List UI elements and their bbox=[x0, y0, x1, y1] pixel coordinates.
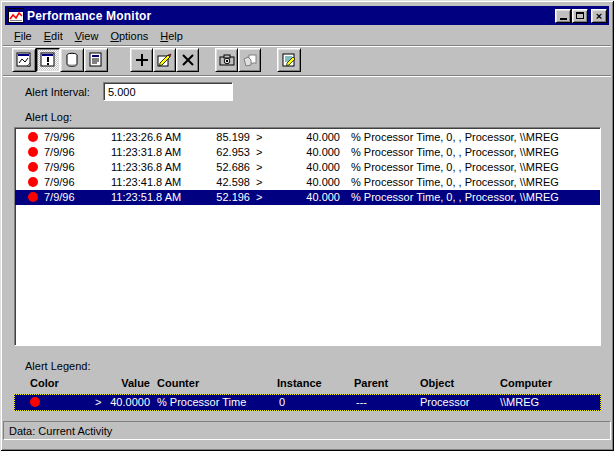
update-data-icon bbox=[219, 53, 235, 67]
modify-counter-icon bbox=[157, 53, 172, 68]
legend-header-computer: Computer bbox=[500, 377, 552, 389]
title-bar[interactable]: Performance Monitor × bbox=[5, 6, 609, 25]
legend-operator: > bbox=[95, 396, 101, 408]
performance-monitor-window: Performance Monitor × File Edit View Opt… bbox=[0, 0, 614, 451]
legend-header-value: Value bbox=[100, 377, 150, 389]
report-view-button[interactable] bbox=[84, 48, 108, 72]
legend-counter: % Processor Time bbox=[157, 396, 246, 408]
alert-log-row[interactable]: 7/9/96 11:23:41.8 AM 42.598 > 40.000 % P… bbox=[15, 175, 600, 190]
alert-dot-icon bbox=[28, 162, 38, 172]
alert-date: 7/9/96 bbox=[44, 146, 75, 158]
alert-dot-icon bbox=[28, 192, 38, 202]
legend-header-row: Color Value Counter Instance Parent Obje… bbox=[0, 377, 614, 391]
menu-bar: File Edit View Options Help bbox=[5, 27, 609, 45]
alert-interval-label: Alert Interval: bbox=[25, 86, 90, 98]
alert-threshold: 40.000 bbox=[270, 131, 340, 143]
alert-log-row[interactable]: 7/9/96 11:23:36.8 AM 52.686 > 40.000 % P… bbox=[15, 160, 600, 175]
status-bar: Data: Current Activity bbox=[3, 421, 611, 440]
legend-header-object: Object bbox=[420, 377, 454, 389]
minimize-button[interactable] bbox=[555, 9, 571, 23]
alert-date: 7/9/96 bbox=[44, 191, 75, 203]
legend-header-parent: Parent bbox=[354, 377, 388, 389]
alert-threshold: 40.000 bbox=[270, 146, 340, 158]
toolbar bbox=[0, 48, 614, 74]
alert-value: 85.199 bbox=[165, 131, 250, 143]
menu-help[interactable]: Help bbox=[155, 27, 188, 45]
alert-date: 7/9/96 bbox=[44, 161, 75, 173]
menu-file[interactable]: File bbox=[9, 27, 37, 45]
alert-value: 62.953 bbox=[165, 146, 250, 158]
alert-interval-input[interactable]: 5.000 bbox=[103, 82, 233, 101]
alert-description: % Processor Time, 0, , Processor, \\MREG bbox=[351, 176, 559, 188]
alert-value: 52.196 bbox=[165, 191, 250, 203]
alert-threshold: 40.000 bbox=[270, 161, 340, 173]
chart-view-button[interactable] bbox=[12, 48, 36, 72]
menu-view[interactable]: View bbox=[70, 27, 104, 45]
alert-view-icon bbox=[40, 52, 56, 68]
menu-options[interactable]: Options bbox=[105, 27, 153, 45]
chart-view-icon bbox=[16, 52, 32, 68]
alert-date: 7/9/96 bbox=[44, 176, 75, 188]
app-icon bbox=[8, 8, 24, 23]
window-title: Performance Monitor bbox=[27, 9, 152, 23]
alert-log-row-selected[interactable]: 7/9/96 11:23:51.8 AM 52.196 > 40.000 % P… bbox=[15, 190, 600, 205]
alert-threshold: 40.000 bbox=[270, 191, 340, 203]
alert-operator: > bbox=[256, 176, 262, 188]
modify-counter-button[interactable] bbox=[153, 48, 176, 72]
legend-row-selected[interactable]: > 40.0000 % Processor Time 0 --- Process… bbox=[14, 394, 601, 411]
legend-header-color: Color bbox=[30, 377, 59, 389]
alert-operator: > bbox=[256, 146, 262, 158]
alert-dot-icon bbox=[28, 132, 38, 142]
alert-description: % Processor Time, 0, , Processor, \\MREG bbox=[351, 191, 559, 203]
maximize-icon bbox=[576, 12, 584, 19]
legend-instance: 0 bbox=[279, 396, 285, 408]
update-data-button[interactable] bbox=[215, 48, 238, 72]
alert-legend-label: Alert Legend: bbox=[25, 360, 90, 372]
legend-header-instance: Instance bbox=[277, 377, 322, 389]
alert-dot-icon bbox=[28, 177, 38, 187]
bookmark-icon bbox=[242, 53, 258, 68]
legend-header-counter: Counter bbox=[157, 377, 199, 389]
close-icon: × bbox=[596, 11, 602, 21]
close-button[interactable]: × bbox=[591, 9, 607, 23]
report-view-icon bbox=[88, 52, 104, 68]
log-view-button[interactable] bbox=[60, 48, 84, 72]
minimize-icon bbox=[560, 18, 567, 20]
toolbar-separator bbox=[3, 75, 611, 77]
delete-counter-icon bbox=[181, 53, 195, 67]
alert-log-label: Alert Log: bbox=[25, 111, 72, 123]
legend-object: Processor bbox=[420, 396, 470, 408]
alert-date: 7/9/96 bbox=[44, 131, 75, 143]
alert-description: % Processor Time, 0, , Processor, \\MREG bbox=[351, 161, 559, 173]
log-view-icon bbox=[64, 52, 80, 68]
alert-operator: > bbox=[256, 161, 262, 173]
alert-log-list[interactable]: 7/9/96 11:23:26.6 AM 85.199 > 40.000 % P… bbox=[14, 127, 601, 346]
add-counter-icon bbox=[135, 53, 149, 67]
alert-description: % Processor Time, 0, , Processor, \\MREG bbox=[351, 131, 559, 143]
alert-view-button[interactable] bbox=[36, 48, 60, 72]
legend-color-dot-icon bbox=[30, 397, 40, 407]
add-counter-button[interactable] bbox=[130, 48, 153, 72]
alert-description: % Processor Time, 0, , Processor, \\MREG bbox=[351, 146, 559, 158]
delete-counter-button[interactable] bbox=[176, 48, 199, 72]
options-icon bbox=[281, 52, 297, 68]
alert-threshold: 40.000 bbox=[270, 176, 340, 188]
alert-log-row[interactable]: 7/9/96 11:23:31.8 AM 62.953 > 40.000 % P… bbox=[15, 145, 600, 160]
maximize-button[interactable] bbox=[572, 9, 588, 23]
options-button[interactable] bbox=[277, 48, 301, 72]
alert-dot-icon bbox=[28, 147, 38, 157]
bookmark-button[interactable] bbox=[238, 48, 261, 72]
alert-log-row[interactable]: 7/9/96 11:23:26.6 AM 85.199 > 40.000 % P… bbox=[15, 130, 600, 145]
legend-value: 40.0000 bbox=[110, 396, 150, 408]
alert-operator: > bbox=[256, 191, 262, 203]
menu-edit[interactable]: Edit bbox=[39, 27, 68, 45]
legend-parent: --- bbox=[356, 396, 367, 408]
menu-separator bbox=[3, 45, 611, 47]
alert-value: 42.598 bbox=[165, 176, 250, 188]
alert-value: 52.686 bbox=[165, 161, 250, 173]
legend-computer: \\MREG bbox=[500, 396, 539, 408]
alert-operator: > bbox=[256, 131, 262, 143]
